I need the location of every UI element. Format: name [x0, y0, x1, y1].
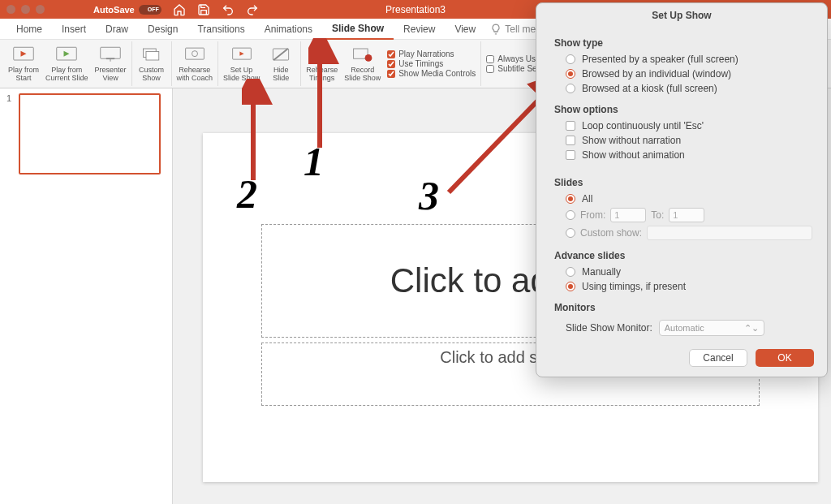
play-from-start-button[interactable]: Play from Start	[5, 43, 42, 84]
svg-point-10	[192, 51, 197, 57]
slides-all-radio[interactable]: All	[554, 192, 812, 206]
tab-transitions[interactable]: Transitions	[187, 19, 254, 39]
chevron-updown-icon: ⌃⌄	[744, 323, 759, 334]
close-window-icon[interactable]	[6, 5, 15, 14]
always-use-checkbox[interactable]: Always Use	[486, 54, 540, 63]
set-up-slide-show-button[interactable]: Set Up Slide Show	[220, 43, 263, 84]
thumbnail-row[interactable]: 1	[6, 93, 166, 174]
use-timings-checkbox[interactable]: Use Timings	[387, 59, 476, 68]
without-animation-checkbox[interactable]: Show without animation	[554, 148, 812, 162]
tab-slide-show[interactable]: Slide Show	[322, 19, 394, 40]
autosave-label: AutoSave	[93, 5, 135, 15]
hide-slide-button[interactable]: Hide Slide	[263, 43, 299, 84]
autosave-control[interactable]: AutoSave OFF	[93, 5, 161, 15]
radio-icon	[566, 54, 575, 64]
show-type-speaker[interactable]: Presented by a speaker (full screen)	[554, 52, 812, 67]
redo-icon[interactable]	[246, 3, 259, 16]
titlebar-quickaccess	[173, 3, 259, 16]
from-spinner[interactable]: 1	[610, 208, 646, 222]
radio-icon	[566, 228, 575, 238]
radio-selected-icon	[566, 194, 575, 204]
tab-review[interactable]: Review	[394, 19, 445, 39]
tab-view[interactable]: View	[445, 19, 485, 39]
slide-thumbnail[interactable]	[19, 93, 161, 174]
set-up-show-dialog: Set Up Show Show type Presented by a spe…	[536, 2, 828, 377]
maximize-window-icon[interactable]	[36, 5, 45, 14]
play-narrations-checkbox[interactable]: Play Narrations	[387, 50, 476, 58]
checkbox-icon	[566, 150, 575, 160]
checkbox-icon	[566, 121, 575, 131]
dialog-title: Set Up Show	[536, 3, 827, 26]
home-icon[interactable]	[173, 3, 186, 16]
play-from-current-button[interactable]: Play from Current Slide	[42, 43, 92, 84]
svg-rect-9	[185, 48, 204, 59]
svg-line-14	[273, 49, 288, 60]
tab-home[interactable]: Home	[6, 19, 52, 39]
rehearse-coach-button[interactable]: Rehearse with Coach	[174, 43, 217, 84]
monitor-select[interactable]: Automatic ⌃⌄	[659, 320, 764, 336]
slide-number: 1	[6, 93, 15, 174]
svg-point-19	[364, 54, 372, 62]
tab-insert[interactable]: Insert	[52, 19, 96, 39]
undo-icon[interactable]	[222, 3, 235, 16]
show-options-heading: Show options	[554, 104, 812, 115]
slides-from-radio[interactable]: From: 1 To: 1	[554, 206, 812, 224]
advance-timings-radio[interactable]: Using timings, if present	[554, 279, 812, 294]
record-slide-show-button[interactable]: Record Slide Show	[341, 43, 384, 84]
presenter-view-button[interactable]: Presenter View	[92, 43, 130, 84]
custom-show-button[interactable]: Custom Show	[134, 43, 170, 84]
advance-manually-radio[interactable]: Manually	[554, 265, 812, 279]
show-media-controls-checkbox[interactable]: Show Media Controls	[387, 69, 476, 78]
record-icon	[351, 45, 374, 64]
coach-icon	[183, 45, 206, 64]
tab-draw[interactable]: Draw	[96, 19, 138, 39]
autosave-toggle[interactable]: OFF	[139, 5, 161, 15]
play-start-icon	[12, 45, 35, 64]
svg-marker-12	[239, 52, 243, 56]
svg-rect-8	[146, 52, 159, 61]
cancel-button[interactable]: Cancel	[689, 349, 747, 367]
custom-show-select[interactable]	[647, 226, 812, 240]
custom-show-radio[interactable]: Custom show:	[554, 224, 812, 242]
annotation-number-3: 3	[419, 172, 439, 219]
radio-icon	[566, 84, 575, 93]
play-current-icon	[55, 45, 78, 64]
to-spinner[interactable]: 1	[669, 208, 704, 222]
monitor-select-row: Slide Show Monitor: Automatic ⌃⌄	[554, 317, 812, 339]
window-controls	[6, 5, 45, 14]
annotation-number-2: 2	[237, 170, 257, 218]
subtitle-settings-checkbox[interactable]: Subtitle Se	[486, 64, 540, 73]
annotation-number-1: 1	[304, 138, 324, 185]
custom-show-icon	[140, 45, 163, 64]
advance-slides-heading: Advance slides	[554, 250, 812, 261]
timings-icon	[311, 45, 334, 64]
setup-icon	[230, 45, 253, 64]
tab-animations[interactable]: Animations	[255, 19, 322, 39]
tell-me-search[interactable]: Tell me	[490, 24, 536, 35]
minimize-window-icon[interactable]	[21, 5, 30, 14]
radio-selected-icon	[566, 282, 575, 291]
radio-icon	[566, 267, 575, 277]
without-narration-checkbox[interactable]: Show without narration	[554, 133, 812, 148]
show-type-kiosk[interactable]: Browsed at a kiosk (full screen)	[554, 81, 812, 96]
show-type-individual[interactable]: Browsed by an individual (window)	[554, 67, 812, 81]
monitors-heading: Monitors	[554, 302, 812, 313]
tab-design[interactable]: Design	[138, 19, 187, 39]
radio-selected-icon	[566, 69, 575, 79]
rehearse-timings-button[interactable]: Rehearse Timings	[303, 43, 341, 84]
svg-marker-3	[64, 51, 70, 57]
ok-button[interactable]: OK	[756, 349, 814, 367]
svg-marker-1	[21, 51, 27, 57]
document-title: Presentation3	[385, 4, 446, 15]
presenter-icon	[99, 45, 122, 64]
slide-thumbnail-panel: 1	[0, 88, 173, 504]
slides-heading: Slides	[554, 177, 812, 188]
hide-slide-icon	[269, 45, 292, 64]
checkbox-icon	[566, 136, 575, 145]
monitor-label: Slide Show Monitor:	[566, 322, 652, 334]
radio-icon	[566, 210, 575, 220]
svg-rect-4	[101, 47, 121, 58]
loop-continuously-checkbox[interactable]: Loop continuously until 'Esc'	[554, 118, 812, 133]
save-icon[interactable]	[197, 3, 210, 16]
show-type-heading: Show type	[554, 37, 812, 49]
